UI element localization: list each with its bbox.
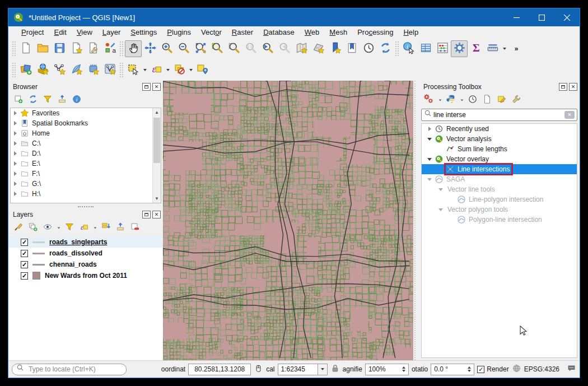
identify-features-button[interactable]: i [400, 40, 417, 57]
expander-icon[interactable] [11, 141, 20, 146]
browser-item-h[interactable]: H:\ [11, 189, 161, 199]
menu-project[interactable]: Project [16, 27, 49, 37]
toolbar-grip[interactable] [120, 41, 123, 56]
menu-settings[interactable]: Settings [125, 27, 162, 37]
add-group-button[interactable] [26, 221, 40, 235]
browser-item-d[interactable]: D:\ [11, 148, 161, 159]
browser-item-spatialbookmarks[interactable]: Spatial Bookmarks [11, 118, 161, 128]
new-virtual-layer-button[interactable] [101, 62, 118, 78]
open-attribute-table-button[interactable] [417, 40, 434, 57]
expander-icon[interactable] [425, 138, 434, 141]
clear-search-icon[interactable]: ✕ [564, 111, 575, 119]
lock-scale-icon[interactable] [330, 364, 340, 375]
scale-value[interactable]: 1:62345 [278, 364, 318, 375]
measure-line-button[interactable] [484, 40, 501, 57]
algorithm-item-line-intersections[interactable]: Line intersections [422, 164, 577, 174]
panel-splitter-vertical[interactable] [414, 81, 419, 360]
menu-help[interactable]: Help [398, 27, 423, 37]
browser-item-home[interactable]: Home [11, 128, 161, 138]
menu-edit[interactable]: Edit [49, 27, 71, 37]
layer-visibility-checkbox[interactable]: ✓ [21, 250, 28, 257]
algorithm-item-recently-used[interactable]: Recently used [422, 124, 577, 134]
browser-scrollbar[interactable]: ▲ ▼ [152, 108, 161, 203]
new-map-view-button[interactable] [293, 40, 310, 57]
expander-icon[interactable] [11, 161, 20, 166]
toolbar-grip[interactable] [12, 63, 16, 77]
layer-item-roads-dissolved[interactable]: ✓ roads_dissolved [8, 248, 163, 259]
toolbar-grip[interactable] [120, 63, 123, 77]
open-data-source-manager-button[interactable] [17, 62, 34, 78]
layer-visibility-checkbox[interactable]: ✓ [21, 261, 28, 268]
edit-features-in-place-button[interactable] [495, 94, 508, 107]
expander-icon[interactable] [425, 178, 434, 181]
zoom-out-button[interactable] [175, 40, 192, 57]
maximize-button[interactable] [529, 8, 554, 26]
new-3d-map-view-button[interactable] [310, 40, 326, 57]
zoom-in-button[interactable] [158, 40, 175, 57]
toolbar-overflow-button[interactable]: » [507, 43, 525, 55]
add-selected-layers-button[interactable] [12, 94, 25, 107]
deselect-all-button[interactable] [171, 62, 188, 78]
select-by-expression-dropdown-icon[interactable] [165, 62, 171, 78]
crs-status[interactable]: EPSG:4326 [524, 365, 559, 373]
processing-float-button[interactable] [559, 83, 567, 91]
rotation-spinner[interactable] [468, 366, 471, 372]
rotation-value[interactable]: 0.0 ° [431, 364, 474, 375]
layers-close-button[interactable]: ✕ [152, 211, 161, 218]
scroll-down-icon[interactable]: ▼ [153, 194, 161, 203]
show-statistics-button[interactable]: Σ [468, 40, 484, 57]
zoom-to-layer-button[interactable] [226, 40, 242, 57]
filter-browser-button[interactable] [41, 94, 54, 107]
filter-legend-button[interactable] [63, 221, 76, 235]
new-spatialite-layer-button[interactable] [68, 62, 85, 78]
zoom-last-button[interactable] [259, 40, 276, 57]
expander-icon[interactable] [11, 121, 20, 125]
coordinate-value[interactable]: 80.2581,13.1208 [188, 364, 251, 375]
scroll-up-icon[interactable]: ▲ [153, 108, 161, 117]
mouse-position-icon[interactable] [254, 364, 263, 375]
layout-manager-button[interactable] [85, 40, 101, 57]
filter-by-expression-dropdown-icon[interactable] [92, 221, 98, 235]
select-features-dropdown-icon[interactable] [142, 62, 148, 78]
map-canvas[interactable] [163, 81, 413, 360]
algorithm-item-vector-overlay[interactable]: Vector overlay [422, 154, 577, 164]
algorithm-item-polygon-line-intersection[interactable]: Polygon-line intersection [422, 215, 577, 225]
layer-item-chennai-roads[interactable]: ✓ chennai_roads [8, 259, 163, 270]
python-scripts-button[interactable] [444, 94, 458, 107]
manage-map-themes-button[interactable] [41, 221, 54, 235]
select-features-button[interactable] [125, 62, 142, 78]
new-print-layout-button[interactable] [68, 40, 85, 57]
save-project-button[interactable] [51, 40, 68, 57]
browser-item-c[interactable]: C:\ [11, 138, 161, 148]
deselect-all-dropdown-icon[interactable] [188, 62, 194, 78]
scale-dropdown-icon[interactable] [318, 364, 328, 375]
enable-properties-widget-button[interactable]: i [70, 94, 83, 107]
zoom-full-button[interactable] [192, 40, 209, 57]
expander-icon[interactable] [436, 188, 445, 191]
select-by-expression-button[interactable]: ε [148, 62, 165, 78]
style-manager-button[interactable]: a [101, 40, 118, 57]
python-scripts-dropdown-icon[interactable] [459, 94, 465, 107]
locator-input[interactable] [29, 365, 122, 373]
algorithm-item-vector-line-tools[interactable]: Vector line tools [422, 184, 577, 194]
magnifier-spinner[interactable] [402, 366, 405, 372]
menu-view[interactable]: View [72, 27, 97, 37]
processing-search-input[interactable] [433, 111, 564, 119]
open-layer-styling-button[interactable] [12, 221, 25, 235]
collapse-all-browser-button[interactable] [55, 94, 69, 107]
processing-close-button[interactable]: ✕ [569, 83, 577, 91]
remove-layer-button[interactable] [128, 221, 142, 235]
expander-icon[interactable] [11, 192, 20, 196]
layer-item-roads-singleparts[interactable]: ✓ roads_singleparts [8, 236, 163, 248]
algorithm-item-vector-analysis[interactable]: Vector analysis [422, 134, 577, 144]
menu-vector[interactable]: Vector [196, 27, 227, 37]
render-checkbox[interactable]: ✓ [477, 366, 484, 373]
results-viewer-button[interactable] [480, 94, 494, 107]
pan-map-button[interactable] [125, 40, 142, 57]
layer-item-new-wards-from-oct-2011[interactable]: ✓ New Wards from Oct 2011 [8, 270, 163, 281]
measure-line-dropdown-icon[interactable] [501, 40, 507, 57]
browser-float-button[interactable] [142, 83, 151, 91]
new-spatial-bookmark-button[interactable] [326, 40, 343, 57]
expander-icon[interactable] [11, 182, 20, 186]
models-button[interactable] [422, 94, 436, 107]
